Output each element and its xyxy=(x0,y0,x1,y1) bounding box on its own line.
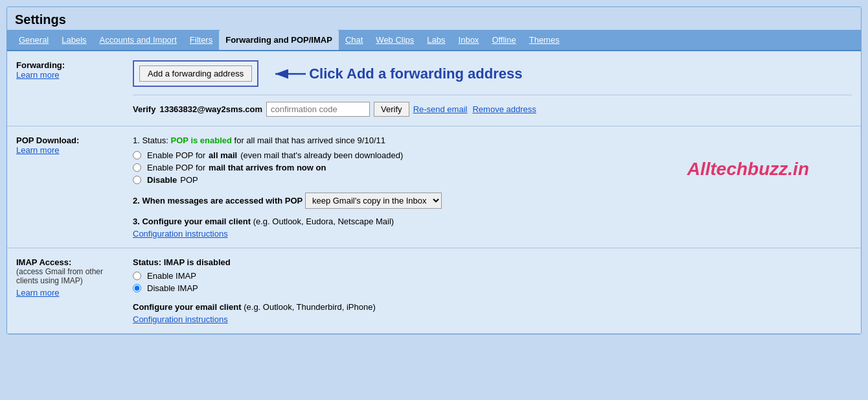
confirmation-code-input[interactable] xyxy=(266,102,370,117)
imap-disable-radio[interactable] xyxy=(133,284,141,292)
nav-filters[interactable]: Filters xyxy=(183,30,219,50)
pop-q3-row: 3. Configure your email client (e.g. Out… xyxy=(133,217,852,226)
pop-disable-radio[interactable] xyxy=(133,176,141,184)
pop-q2-label: 2. When messages are accessed with POP xyxy=(133,196,303,206)
remove-address-link[interactable]: Remove address xyxy=(472,104,536,114)
resend-email-link[interactable]: Re-send email xyxy=(413,104,468,114)
forwarding-section: Forwarding: Learn more Add a forwarding … xyxy=(7,51,861,126)
arrow-icon xyxy=(270,64,309,84)
content-area: Forwarding: Learn more Add a forwarding … xyxy=(7,51,861,334)
forwarding-title: Forwarding: xyxy=(16,60,126,70)
nav-themes[interactable]: Themes xyxy=(523,30,566,50)
imap-learn-more[interactable]: Learn more xyxy=(16,288,126,298)
imap-content: Status: IMAP is disabled Enable IMAP Dis… xyxy=(133,257,852,324)
imap-title: IMAP Access: xyxy=(16,257,126,267)
nav-forwarding[interactable]: Forwarding and POP/IMAP xyxy=(219,30,339,50)
imap-disable-label: Disable IMAP xyxy=(147,283,198,293)
pop-config-link[interactable]: Configuration instructions xyxy=(133,229,228,239)
imap-q-row: Configure your email client (e.g. Outloo… xyxy=(133,302,852,312)
pop-radio1-text: Enable POP for xyxy=(147,150,205,160)
pop-radio1-suffix: (even mail that's already been downloade… xyxy=(240,150,403,160)
imap-enable-label: Enable IMAP xyxy=(147,271,196,281)
pop-radio-from-now: Enable POP for mail that arrives from no… xyxy=(133,163,852,172)
pop-from-now-radio[interactable] xyxy=(133,163,141,172)
pop-q3-label: 3. Configure your email client xyxy=(133,217,251,226)
verify-label: Verify xyxy=(133,104,155,114)
nav-webclips[interactable]: Web Clips xyxy=(369,30,420,50)
pop-content: 1. Status: POP is enabled for all mail t… xyxy=(133,135,852,239)
add-forwarding-button[interactable]: Add a forwarding address xyxy=(139,65,252,82)
verify-email: 13363832@way2sms.com xyxy=(159,104,262,114)
nav-labs[interactable]: Labs xyxy=(420,30,451,50)
forwarding-box: Add a forwarding address xyxy=(133,60,258,87)
nav-accounts[interactable]: Accounts and Import xyxy=(93,30,183,50)
nav-labels[interactable]: Labels xyxy=(55,30,93,50)
pop-learn-more[interactable]: Learn more xyxy=(16,145,126,155)
pop-all-mail-radio[interactable] xyxy=(133,151,141,159)
page-title: Settings xyxy=(7,7,861,30)
pop-status-suffix: for all mail that has arrived since 9/10… xyxy=(232,135,385,145)
pop-radio-disable: Disable POP xyxy=(133,175,852,185)
imap-section: IMAP Access: (access Gmail from other cl… xyxy=(7,248,861,334)
pop-status-row: 1. Status: POP is enabled for all mail t… xyxy=(133,135,852,145)
imap-q-suffix: (e.g. Outlook, Thunderbird, iPhone) xyxy=(242,302,376,312)
pop-disable-suffix: POP xyxy=(180,175,198,185)
pop-title: POP Download: xyxy=(16,135,126,145)
nav-chat[interactable]: Chat xyxy=(339,30,369,50)
imap-radio-enable: Enable IMAP xyxy=(133,271,852,281)
annotation-text: Click Add a forwarding address xyxy=(309,65,522,82)
nav-offline[interactable]: Offline xyxy=(485,30,522,50)
nav-general[interactable]: General xyxy=(12,30,55,50)
imap-sublabel: (access Gmail from other clients using I… xyxy=(16,267,126,285)
forwarding-content: Add a forwarding address xyxy=(133,60,852,117)
pop-q3-suffix: (e.g. Outlook, Eudora, Netscape Mail) xyxy=(251,217,394,226)
pop-all-mail-bold: all mail xyxy=(209,150,237,160)
imap-config-link[interactable]: Configuration instructions xyxy=(133,314,228,324)
imap-radio-disable: Disable IMAP xyxy=(133,283,852,293)
verify-row: Verify 13363832@way2sms.com Verify Re-se… xyxy=(133,95,852,117)
pop-disable-bold: Disable xyxy=(147,175,177,185)
imap-enable-radio[interactable] xyxy=(133,272,141,280)
pop-label: POP Download: Learn more xyxy=(16,135,133,239)
forwarding-learn-more[interactable]: Learn more xyxy=(16,70,126,80)
pop-action-select[interactable]: keep Gmail's copy in the Inbox archive G… xyxy=(305,193,442,209)
pop-from-now-bold: mail that arrives from now on xyxy=(209,163,326,172)
verify-links: Re-send email Remove address xyxy=(413,104,536,114)
imap-status-title: Status: IMAP is disabled xyxy=(133,257,852,267)
imap-label: IMAP Access: (access Gmail from other cl… xyxy=(16,257,133,324)
pop-section: POP Download: Learn more 1. Status: POP … xyxy=(7,126,861,248)
arrow-annotation: Click Add a forwarding address xyxy=(270,64,522,84)
pop-q2-row: 2. When messages are accessed with POP k… xyxy=(133,193,852,209)
imap-q-label: Configure your email client xyxy=(133,302,242,312)
pop-status-prefix: 1. Status: xyxy=(133,135,171,145)
nav-bar: General Labels Accounts and Import Filte… xyxy=(7,30,861,51)
pop-enabled-text: POP is enabled xyxy=(171,135,232,145)
nav-inbox[interactable]: Inbox xyxy=(452,30,486,50)
verify-button[interactable]: Verify xyxy=(374,102,409,117)
pop-radio2-text: Enable POP for xyxy=(147,163,205,172)
forwarding-label: Forwarding: Learn more xyxy=(16,60,133,80)
pop-radio-all-mail: Enable POP for all mail (even mail that'… xyxy=(133,150,852,160)
